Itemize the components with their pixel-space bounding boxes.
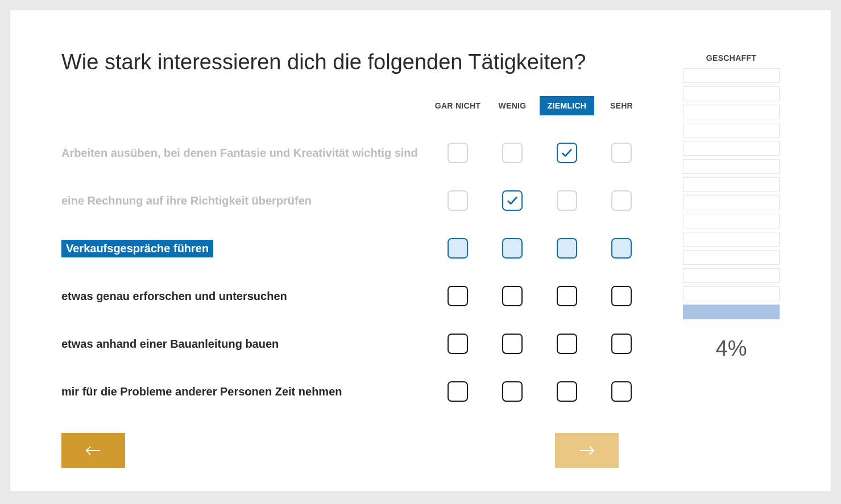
next-button[interactable] [555, 433, 619, 468]
question-text: eine Rechnung auf ihre Richtigkeit überp… [61, 194, 430, 207]
progress-segment [683, 214, 780, 228]
progress-segment [683, 250, 780, 265]
progress-segment [683, 195, 780, 210]
option-checkbox[interactable] [502, 143, 523, 163]
option-checkbox[interactable] [557, 381, 577, 402]
progress-segment [683, 141, 780, 156]
option-checkbox[interactable] [611, 334, 632, 354]
progress-label: GESCHAFFT [683, 53, 780, 63]
option-checkbox[interactable] [557, 190, 577, 211]
option-checkbox[interactable] [448, 334, 468, 354]
progress-stack [683, 68, 780, 319]
progress-segment [683, 232, 780, 247]
progress-segment [683, 123, 780, 138]
option-checkbox[interactable] [611, 286, 632, 306]
check-icon [506, 194, 519, 207]
option-checkbox[interactable] [448, 190, 468, 211]
column-header-wenig: WENIG [485, 101, 540, 110]
option-checkbox[interactable] [611, 238, 632, 259]
option-checkbox[interactable] [557, 286, 577, 306]
question-text: etwas genau erforschen und untersuchen [61, 290, 430, 303]
progress-segment [683, 286, 780, 301]
option-checkbox[interactable] [502, 190, 523, 211]
back-button[interactable] [61, 433, 125, 468]
page-title: Wie stark interessieren dich die folgend… [61, 50, 649, 74]
option-checkbox[interactable] [557, 143, 577, 163]
option-checkbox[interactable] [502, 334, 523, 354]
progress-segment [683, 86, 780, 101]
column-header-sehr: SEHR [594, 101, 649, 110]
check-icon [561, 147, 573, 159]
question-text: mir für die Probleme anderer Personen Ze… [61, 385, 430, 398]
arrow-right-icon [579, 445, 595, 456]
option-checkbox[interactable] [448, 143, 468, 163]
option-checkbox[interactable] [557, 334, 577, 354]
progress-segment [683, 305, 780, 319]
option-checkbox[interactable] [557, 238, 577, 259]
option-checkbox[interactable] [611, 190, 632, 211]
option-checkbox[interactable] [448, 286, 468, 306]
question-text: Verkaufsgespräche führen [61, 240, 430, 257]
progress-segment [683, 268, 780, 283]
progress-segment [683, 68, 780, 83]
question-text: etwas anhand einer Bauanleitung bauen [61, 338, 430, 351]
arrow-left-icon [85, 445, 101, 456]
option-checkbox[interactable] [502, 238, 523, 259]
progress-segment [683, 159, 780, 174]
option-checkbox[interactable] [611, 143, 632, 163]
column-header-gar-nicht: GAR NICHT [430, 101, 485, 110]
option-checkbox[interactable] [611, 381, 632, 402]
progress-segment [683, 105, 780, 119]
option-checkbox[interactable] [502, 381, 523, 402]
question-text: Arbeiten ausüben, bei denen Fantasie und… [61, 147, 430, 160]
progress-percent: 4% [683, 336, 780, 361]
option-checkbox[interactable] [502, 286, 523, 306]
option-checkbox[interactable] [448, 238, 468, 259]
progress-segment [683, 177, 780, 192]
column-header-ziemlich: ZIEMLICH [540, 96, 594, 115]
option-checkbox[interactable] [448, 381, 468, 402]
